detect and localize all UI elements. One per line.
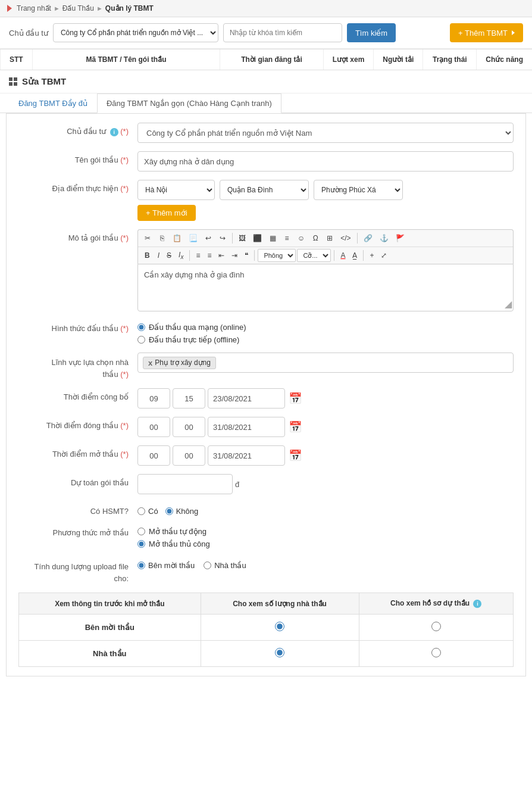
mo-thau-cal-icon[interactable]: 📅 <box>289 449 302 462</box>
quan-select[interactable]: Quận Ba Đình <box>220 180 309 200</box>
editor-symbol-btn[interactable]: Ω <box>309 232 322 245</box>
editor-removeformat-btn[interactable]: Ix <box>176 249 186 262</box>
info-table-row-ben-moi-thau: Bên mời thầu <box>19 615 514 641</box>
ctrl-phuong-thuc: Mở thầu tự động Mở thầu thủ công <box>137 524 514 548</box>
tinh-select[interactable]: Hà Nội <box>137 180 215 200</box>
info-td-nha-thau-col3 <box>359 641 514 667</box>
editor-cut-btn[interactable]: ✂ <box>141 232 154 245</box>
editor-anchor-btn[interactable]: ⚓ <box>377 232 392 245</box>
editor-resize-handle[interactable]: ◢ <box>505 298 512 310</box>
section-title: Sửa TBMT <box>0 70 532 93</box>
search-button[interactable]: Tìm kiếm <box>347 23 396 42</box>
dong-thau-date[interactable] <box>208 417 285 437</box>
editor-link-btn[interactable]: 🔗 <box>361 232 375 245</box>
phuong-thuc-manual-radio[interactable] <box>137 540 145 548</box>
dong-thau-cal-icon[interactable]: 📅 <box>289 420 302 434</box>
editor-image-btn[interactable]: 🖼 <box>236 232 249 245</box>
ctrl-linh-vuc: x Phụ trợ xây dựng <box>137 353 514 373</box>
cong-bo-cal-icon[interactable]: 📅 <box>289 392 302 405</box>
editor-code-btn[interactable]: </> <box>337 232 353 245</box>
required-chu-dau-tu: (*) <box>120 127 129 136</box>
tag-remove-icon[interactable]: x <box>148 358 152 367</box>
form-row-dong-thau: Thời điểm đóng thầu (*) 📅 <box>18 417 514 437</box>
tag-input[interactable]: x Phụ trợ xây dựng <box>137 353 514 373</box>
editor-undo-btn[interactable]: ↩ <box>202 232 215 245</box>
du-toan-input[interactable] <box>137 474 233 494</box>
form-row-mo-ta: Mô tả gói thầu (*) ✂ ⎘ 📋 📃 ↩ ↪ 🖼 ⬛ ▦ ≡ ☺ <box>18 229 514 311</box>
phuong-select[interactable]: Phường Phúc Xá <box>314 180 403 200</box>
chu-dau-tu-select[interactable]: Công ty Cổ phần phát triển nguồn mở Việt… <box>53 23 218 42</box>
nha-thau-col3-radio[interactable] <box>431 648 441 657</box>
form-row-cong-bo: Thời điểm công bố 📅 <box>18 388 514 408</box>
tab-ngan-gon[interactable]: Đăng TBMT Ngắn gọn (Chào Hàng Cạnh tranh… <box>97 93 281 113</box>
ben-moi-col2-radio[interactable] <box>275 622 284 631</box>
mo-thau-min[interactable] <box>173 445 205 466</box>
editor-table-btn[interactable]: ▦ <box>266 232 279 245</box>
tinh-dung-luong-ben-moi[interactable]: Bên mời thầu <box>137 561 195 570</box>
editor-redo-btn[interactable]: ↪ <box>216 232 229 245</box>
ten-goi-thau-input[interactable] <box>137 151 514 171</box>
editor-ol-btn[interactable]: ≡ <box>204 249 214 262</box>
chu-dau-tu-field[interactable]: Công ty Cổ phần phát triển nguồn mở Việt… <box>137 123 514 143</box>
editor-color-btn[interactable]: A <box>337 249 348 262</box>
editor-body[interactable]: Cần xây dựng nhà ở gia đình ◢ <box>137 264 514 311</box>
hinh-thuc-offline-radio[interactable] <box>137 336 145 344</box>
co-hsmt-khong-radio[interactable] <box>165 507 173 515</box>
co-hsmt-khong[interactable]: Không <box>165 507 199 516</box>
editor-copy-btn[interactable]: ⎘ <box>155 232 168 245</box>
ben-moi-col3-radio[interactable] <box>431 622 441 631</box>
editor-flag-btn[interactable]: 🚩 <box>393 232 408 245</box>
info-icon-ho-so[interactable]: i <box>473 600 481 608</box>
tinh-dung-luong-nha-thau[interactable]: Nhà thầu <box>204 561 246 570</box>
breadcrumb-sep-2: ► <box>96 5 103 12</box>
editor-indent-btn[interactable]: ⇥ <box>229 249 240 262</box>
dong-thau-min[interactable] <box>173 417 205 437</box>
add-tbmt-button[interactable]: + Thêm TBMT <box>450 23 523 42</box>
editor-outdent-btn[interactable]: ⇤ <box>215 249 227 262</box>
co-hsmt-co[interactable]: Có <box>137 507 158 516</box>
cong-bo-hour[interactable] <box>137 388 170 408</box>
section-title-text: Sửa TBMT <box>22 76 66 87</box>
editor-quote-btn[interactable]: ❝ <box>242 249 251 262</box>
editor-ul-btn[interactable]: ≡ <box>193 249 203 262</box>
label-linh-vuc: Lĩnh vực lựa chọn nhàthầu (*) <box>18 353 137 380</box>
cong-bo-date[interactable] <box>208 388 285 408</box>
co-hsmt-co-radio[interactable] <box>137 507 145 515</box>
search-input[interactable] <box>223 23 342 42</box>
editor-size-select[interactable]: Cỡ... <box>297 249 331 262</box>
info-icon-chu-dau-tu[interactable]: i <box>110 128 118 136</box>
editor-bgcolor-btn[interactable]: A̲ <box>349 249 360 262</box>
editor-paste-btn[interactable]: 📋 <box>170 232 184 245</box>
editor-fullscreen-btn[interactable]: ⤢ <box>378 249 390 262</box>
hinh-thuc-online-label: Đấu thầu qua mạng (online) <box>149 323 246 332</box>
phuong-thuc-auto-radio[interactable] <box>137 528 145 535</box>
breadcrumb-item-home[interactable]: Trang nhất <box>17 4 51 13</box>
tinh-dung-luong-nha-thau-radio[interactable] <box>204 562 211 569</box>
form-row-phuong-thuc: Phương thức mở thầu Mở thầu tự động Mở t… <box>18 524 514 548</box>
dong-thau-hour[interactable] <box>137 417 170 437</box>
label-phuong-thuc: Phương thức mở thầu <box>18 524 137 537</box>
ctrl-chu-dau-tu: Công ty Cổ phần phát triển nguồn mở Việt… <box>137 123 514 143</box>
breadcrumb: Trang nhất ► Đấu Thầu ► Quản lý TBMT <box>0 0 532 17</box>
nha-thau-col2-radio[interactable] <box>275 648 284 657</box>
editor-plus-btn[interactable]: + <box>367 249 377 262</box>
editor-italic-btn[interactable]: I <box>155 249 162 262</box>
tinh-dung-luong-ben-moi-radio[interactable] <box>137 562 145 569</box>
editor-paste-plain-btn[interactable]: 📃 <box>186 232 201 245</box>
mo-thau-date[interactable] <box>208 445 285 466</box>
editor-emoji-btn[interactable]: ☺ <box>295 232 308 245</box>
cong-bo-min[interactable] <box>173 388 205 408</box>
editor-shape-btn[interactable]: ⬛ <box>250 232 265 245</box>
ctrl-dia-diem: Hà Nội Quận Ba Đình Phường Phúc Xá + Thê… <box>137 180 514 221</box>
form-row-ten-goi-thau: Tên gói thầu (*) <box>18 151 514 171</box>
breadcrumb-item-dau-thau[interactable]: Đấu Thầu <box>62 4 94 13</box>
them-moi-button[interactable]: + Thêm mới <box>137 205 196 221</box>
editor-hr-btn[interactable]: ≡ <box>280 232 293 245</box>
editor-strike-btn[interactable]: S <box>164 249 174 262</box>
mo-thau-hour[interactable] <box>137 445 170 466</box>
editor-bold-btn[interactable]: B <box>141 249 154 262</box>
hinh-thuc-online-radio[interactable] <box>137 323 145 331</box>
tab-day-du[interactable]: Đăng TBMT Đầy đủ <box>9 93 97 113</box>
editor-font-select[interactable]: Phông <box>258 249 296 262</box>
editor-layout-btn[interactable]: ⊞ <box>323 232 336 245</box>
